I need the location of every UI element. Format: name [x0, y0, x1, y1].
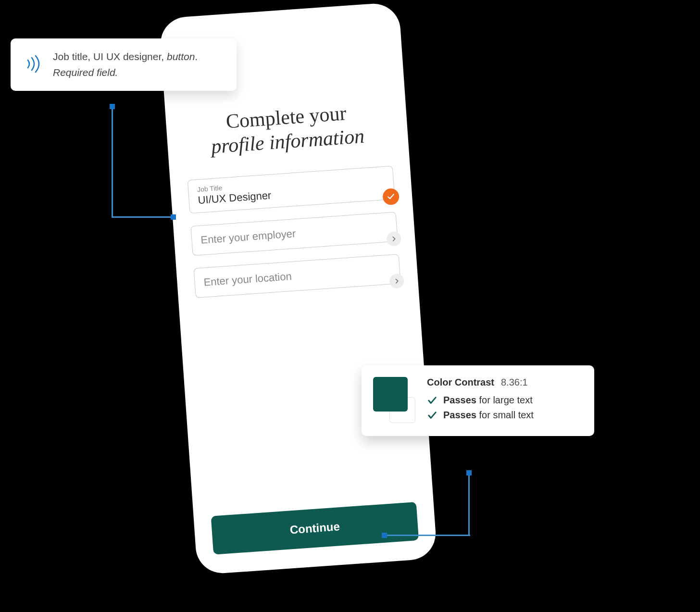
contrast-callout: Color Contrast 8.36:1 Passes for large t… — [362, 365, 594, 436]
employer-placeholder: Enter your employer — [200, 221, 388, 246]
color-swatch — [373, 377, 414, 420]
checkmark-icon — [382, 188, 400, 205]
page-title: Complete your profile information — [183, 98, 391, 161]
job-title-field[interactable]: Job Title UI/UX Designer — [188, 165, 395, 213]
contrast-title: Color Contrast — [427, 377, 494, 388]
employer-field[interactable]: Enter your employer — [190, 212, 398, 256]
chevron-right-icon — [389, 273, 404, 288]
location-field[interactable]: Enter your location — [194, 254, 401, 298]
sr-line2: Required field. — [53, 67, 118, 78]
screen-reader-text: Job title, UI UX designer, button. Requi… — [53, 49, 198, 80]
contrast-ratio: 8.36:1 — [501, 377, 528, 388]
check-bold-1: Passes — [443, 410, 476, 420]
check-rest-0: for large text — [476, 395, 533, 405]
location-placeholder: Enter your location — [203, 263, 391, 288]
contrast-title-row: Color Contrast 8.36:1 — [427, 377, 581, 388]
sound-icon — [23, 54, 42, 75]
contrast-check-large: Passes for large text — [427, 395, 581, 406]
swatch-foreground — [373, 377, 408, 412]
contrast-info: Color Contrast 8.36:1 Passes for large t… — [427, 377, 581, 425]
screen-reader-callout: Job title, UI UX designer, button. Requi… — [11, 38, 237, 91]
sr-prefix: Job title, UI UX designer, — [53, 51, 167, 62]
contrast-check-small: Passes for small text — [427, 410, 581, 421]
sr-end: . — [195, 51, 198, 62]
sr-button-word: button — [167, 51, 195, 62]
chevron-right-icon — [386, 231, 401, 247]
check-rest-1: for small text — [476, 410, 534, 420]
check-bold-0: Passes — [443, 395, 476, 405]
